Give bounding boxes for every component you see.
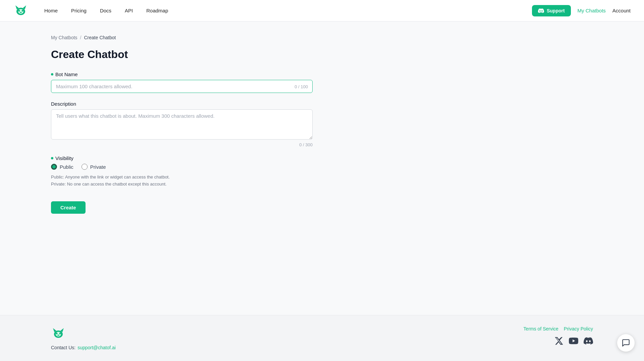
visibility-radio-group: Public Private <box>51 164 313 170</box>
visibility-private-radio[interactable] <box>82 164 88 170</box>
svg-point-4 <box>18 10 20 11</box>
visibility-description: Public: Anyone with the link or widget c… <box>51 174 313 188</box>
logo[interactable] <box>13 3 28 18</box>
footer-logo[interactable] <box>51 326 105 341</box>
svg-point-6 <box>20 12 22 13</box>
twitter-x-icon[interactable] <box>554 336 564 346</box>
description-input[interactable] <box>51 109 313 140</box>
youtube-icon[interactable] <box>569 336 578 346</box>
footer-left: Contact Us: support@chatof.ai <box>51 326 116 350</box>
visibility-required-indicator <box>51 157 53 159</box>
bot-name-group: Bot Name 0 / 100 <box>51 71 313 93</box>
footer-socials <box>554 336 593 346</box>
create-chatbot-form: Bot Name 0 / 100 Description 0 / 300 Vis… <box>51 71 313 214</box>
nav-docs[interactable]: Docs <box>95 5 117 16</box>
chat-bubble-icon <box>622 339 630 347</box>
page-title: Create Chatbot <box>51 48 593 61</box>
logo-icon <box>13 3 28 18</box>
bot-name-input-wrapper: 0 / 100 <box>51 80 313 93</box>
chat-widget-button[interactable] <box>617 334 635 352</box>
svg-point-11 <box>56 333 58 334</box>
bot-name-label: Bot Name <box>51 71 313 77</box>
visibility-public-option[interactable]: Public <box>51 164 73 170</box>
footer-contact: Contact Us: support@chatof.ai <box>51 345 116 350</box>
discord-icon <box>538 8 544 14</box>
privacy-policy-link[interactable]: Privacy Policy <box>564 326 593 331</box>
svg-point-13 <box>57 335 59 336</box>
visibility-label: Visibility <box>51 155 313 161</box>
footer-right: Terms of Service Privacy Policy <box>524 326 593 346</box>
main-content: My Chatbots / Create Chatbot Create Chat… <box>0 21 644 315</box>
navbar: Home Pricing Docs API Roadmap Support My… <box>0 0 644 21</box>
description-group: Description 0 / 300 <box>51 101 313 147</box>
required-indicator <box>51 73 53 75</box>
breadcrumb-separator: / <box>80 35 82 40</box>
description-char-count: 0 / 300 <box>51 142 313 147</box>
nav-pricing[interactable]: Pricing <box>66 5 92 16</box>
footer-links: Terms of Service Privacy Policy <box>524 326 593 331</box>
nav-links: Home Pricing Docs API Roadmap <box>39 5 532 16</box>
description-label: Description <box>51 101 313 107</box>
breadcrumb: My Chatbots / Create Chatbot <box>51 35 593 40</box>
my-chatbots-link[interactable]: My Chatbots <box>578 8 606 13</box>
terms-of-service-link[interactable]: Terms of Service <box>524 326 558 331</box>
breadcrumb-current: Create Chatbot <box>84 35 116 40</box>
visibility-public-radio[interactable] <box>51 164 57 170</box>
nav-roadmap[interactable]: Roadmap <box>141 5 173 16</box>
visibility-group: Visibility Public Private Public: Anyone… <box>51 155 313 188</box>
svg-point-12 <box>59 333 61 334</box>
create-button[interactable]: Create <box>51 201 86 214</box>
support-button[interactable]: Support <box>532 5 571 16</box>
discord-footer-icon[interactable] <box>584 336 593 346</box>
svg-point-5 <box>22 10 23 11</box>
breadcrumb-parent[interactable]: My Chatbots <box>51 35 77 40</box>
footer-logo-icon <box>51 326 66 341</box>
footer-email-link[interactable]: support@chatof.ai <box>77 345 116 350</box>
footer: Contact Us: support@chatof.ai Terms of S… <box>0 315 644 361</box>
nav-api[interactable]: API <box>119 5 138 16</box>
nav-home[interactable]: Home <box>39 5 63 16</box>
navbar-right: Support My Chatbots Account <box>532 5 631 16</box>
bot-name-input[interactable] <box>51 80 313 93</box>
account-link[interactable]: Account <box>612 8 631 13</box>
visibility-private-option[interactable]: Private <box>82 164 106 170</box>
